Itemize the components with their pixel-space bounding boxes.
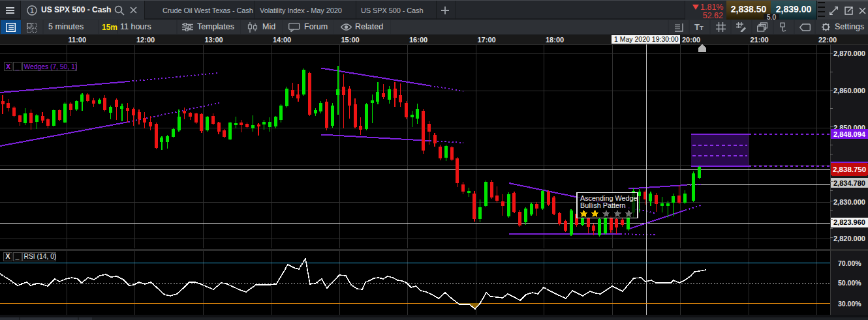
- svg-text:18:00: 18:00: [546, 36, 564, 44]
- svg-text:2,834.780: 2,834.780: [833, 179, 865, 187]
- svg-text:X: X: [6, 252, 10, 260]
- svg-text:2,848.094: 2,848.094: [833, 130, 866, 138]
- svg-text:Wedges (7, 50, 1): Wedges (7, 50, 1): [24, 63, 78, 70]
- svg-text:22:00: 22:00: [818, 36, 837, 44]
- svg-text:13:00: 13:00: [205, 36, 223, 44]
- svg-text:2,823.960: 2,823.960: [833, 218, 865, 226]
- svg-text:2,830.000: 2,830.000: [833, 198, 865, 206]
- svg-text:50.00%: 50.00%: [838, 279, 861, 287]
- svg-text:20:00: 20:00: [682, 36, 700, 44]
- svg-text:Bullish Pattern: Bullish Pattern: [580, 201, 626, 209]
- svg-text:2,870.000: 2,870.000: [833, 50, 865, 57]
- svg-text:12:00: 12:00: [136, 36, 155, 44]
- svg-text:2,820.000: 2,820.000: [833, 235, 865, 242]
- svg-text:RSI (14, 0): RSI (14, 0): [24, 253, 57, 260]
- svg-text:14:00: 14:00: [273, 36, 291, 44]
- svg-text:2,860.000: 2,860.000: [833, 87, 865, 95]
- svg-text:16:00: 16:00: [409, 36, 427, 44]
- svg-text:_: _: [15, 252, 20, 260]
- svg-text:70.00%: 70.00%: [838, 259, 861, 267]
- svg-text:X: X: [6, 63, 10, 70]
- svg-text:30.00%: 30.00%: [838, 300, 861, 308]
- svg-text:11:00: 11:00: [69, 36, 87, 44]
- svg-text:_: _: [15, 63, 20, 70]
- svg-text:2,838.750: 2,838.750: [833, 166, 866, 173]
- svg-text:15:00: 15:00: [341, 36, 360, 44]
- svg-text:21:00: 21:00: [751, 36, 769, 44]
- svg-text:17:00: 17:00: [478, 36, 496, 44]
- svg-text:1: 1: [30, 7, 34, 14]
- svg-text:1 May 2020 19:30:00: 1 May 2020 19:30:00: [614, 35, 679, 43]
